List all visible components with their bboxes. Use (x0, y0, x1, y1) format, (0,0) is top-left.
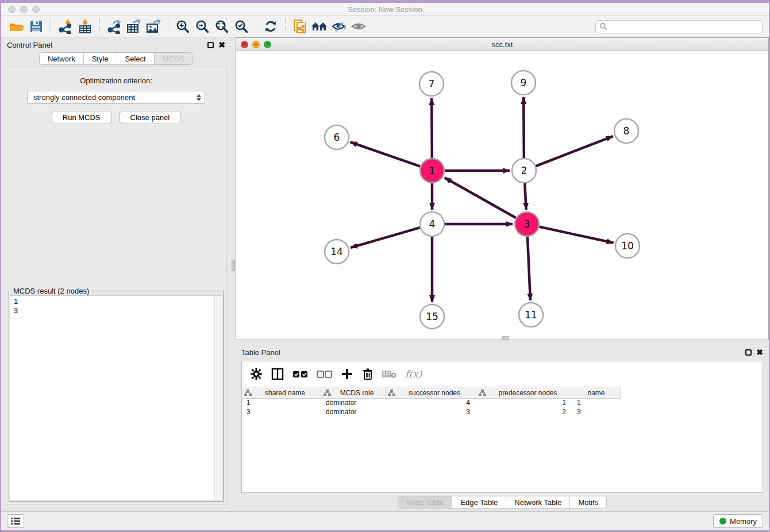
control-panel-title: Control Panel (7, 41, 52, 49)
toolbar-separator (168, 18, 168, 34)
table-options-button[interactable] (250, 368, 263, 380)
title-bar: Session: New Session (1, 3, 769, 16)
right-column: ✕ − + scc.txt 123 (236, 37, 769, 511)
graph-edge-3-10[interactable] (539, 227, 613, 243)
column-header-label: successor nodes (395, 389, 473, 397)
table-row[interactable]: 1dominator411 (242, 399, 763, 408)
graph-edge-3-11[interactable] (528, 237, 530, 300)
first-neighbors-button[interactable] (261, 18, 280, 35)
tab-network[interactable]: Network (40, 53, 84, 64)
select-all-checkboxes-button[interactable] (292, 369, 309, 379)
open-session-button[interactable] (7, 18, 26, 35)
column-header-successor-nodes[interactable]: successor nodes (386, 387, 476, 399)
tab-edge-table[interactable]: Edge Table (452, 496, 506, 508)
zoom-in-button[interactable] (173, 18, 192, 35)
tab-motifs[interactable]: Motifs (570, 496, 606, 508)
new-network-from-selection-button[interactable] (290, 18, 310, 35)
import-network-icon (58, 19, 73, 34)
list-icon (10, 516, 21, 526)
delete-table-icon (382, 369, 397, 379)
graph-node-label-8: 8 (623, 125, 630, 137)
graph-edge-2-8[interactable] (536, 136, 613, 166)
graph-edge-2-3[interactable] (525, 183, 526, 210)
panel-splitter[interactable] (231, 37, 236, 511)
zoom-selected-button[interactable] (232, 18, 251, 35)
splitter-handle[interactable] (232, 260, 235, 271)
export-network-button[interactable] (105, 18, 124, 35)
add-column-button[interactable] (341, 368, 353, 380)
show-columns-button[interactable] (271, 367, 284, 381)
show-all-button[interactable] (349, 18, 368, 35)
run-mcds-button[interactable]: Run MCDS (52, 111, 111, 124)
graph-node-label-14: 14 (330, 246, 343, 257)
tab-mcds[interactable]: MCDS (155, 53, 192, 64)
toolbar-separator (285, 18, 286, 34)
criterion-select[interactable]: strongly connected component (27, 91, 205, 104)
graph-edge-1-7[interactable] (432, 98, 432, 158)
graph-node-label-15: 15 (426, 311, 438, 322)
mcds-result-list[interactable]: 13 (10, 295, 222, 500)
import-table-button[interactable] (75, 18, 95, 35)
zoom-out-button[interactable] (192, 18, 212, 35)
function-builder-button[interactable]: f(x) (405, 368, 422, 380)
network-view-window: ✕ − + scc.txt 123 (236, 37, 769, 340)
column-header-name[interactable]: name (572, 387, 621, 399)
homes-icon (311, 19, 328, 34)
unchecked-boxes-icon (317, 369, 333, 379)
column-header-shared-name[interactable]: shared name (242, 387, 321, 399)
tab-style[interactable]: Style (84, 53, 117, 64)
canvas-resize-handle[interactable] (502, 336, 509, 340)
close-table-panel-icon[interactable]: ✖ (756, 349, 763, 356)
close-panel-button[interactable]: Close panel (120, 111, 181, 124)
float-table-panel-icon[interactable] (745, 349, 752, 356)
network-file-icon (292, 19, 307, 34)
column-header-predecessor-nodes[interactable]: predecessor nodes (476, 387, 572, 399)
close-panel-icon[interactable]: ✖ (218, 42, 225, 48)
result-scrollbar[interactable] (214, 296, 222, 500)
deselect-all-checkboxes-button[interactable] (317, 369, 333, 379)
table-cell: 3 (386, 408, 476, 417)
table-tabs-row: Node TableEdge TableNetwork TableMotifs (236, 496, 769, 508)
hide-selected-button[interactable] (329, 18, 349, 35)
export-table-icon (126, 19, 142, 34)
tab-select[interactable]: Select (117, 53, 155, 64)
zoom-fit-button[interactable] (212, 18, 232, 35)
toolbar-separator (256, 18, 256, 34)
zoom-fit-icon (214, 19, 229, 34)
tab-node-table[interactable]: Node Table (398, 496, 453, 508)
network-canvas[interactable]: 1234678910111415 (236, 51, 768, 340)
graph-edge-4-14[interactable] (351, 228, 420, 248)
graph-edge-1-6[interactable] (351, 142, 421, 166)
tab-network-table[interactable]: Network Table (506, 496, 570, 508)
horizontal-splitter[interactable] (236, 340, 769, 345)
column-header-mcds-role[interactable]: MCDS role (321, 387, 386, 399)
search-field[interactable] (595, 20, 763, 33)
import-table-icon (78, 19, 93, 34)
table-cell: 2 (476, 408, 572, 417)
import-network-button[interactable] (56, 18, 75, 35)
task-history-button[interactable] (7, 514, 24, 528)
apply-layout-button[interactable] (310, 18, 329, 35)
save-session-button[interactable] (26, 18, 46, 35)
columns-icon (271, 367, 284, 381)
column-type-icon (244, 390, 252, 396)
table-toolbar: f(x) (242, 361, 763, 387)
search-input[interactable] (607, 22, 759, 30)
column-header-label: shared name (252, 389, 318, 397)
refresh-arrows-icon (263, 19, 278, 34)
float-panel-icon[interactable] (207, 42, 214, 48)
table-cell: 1 (242, 399, 321, 408)
export-image-button[interactable] (144, 18, 163, 35)
content-area: Control Panel ✖ NetworkStyleSelectMCDS O… (1, 37, 769, 511)
search-icon (599, 22, 607, 30)
node-table-container: f(x) shared name MCDS role successor nod… (241, 361, 763, 493)
mcds-result-groupbox: MCDS result (2 nodes) 13 (9, 287, 224, 502)
delete-table-button[interactable] (382, 369, 397, 379)
zoom-in-icon (175, 19, 190, 34)
export-table-button[interactable] (124, 18, 144, 35)
table-row[interactable]: 3dominator323 (242, 408, 763, 417)
graph-edge-2-9[interactable] (523, 97, 524, 158)
delete-column-button[interactable] (361, 368, 374, 380)
memory-button[interactable]: Memory (713, 514, 763, 528)
graph-edge-3-1[interactable] (445, 178, 516, 218)
